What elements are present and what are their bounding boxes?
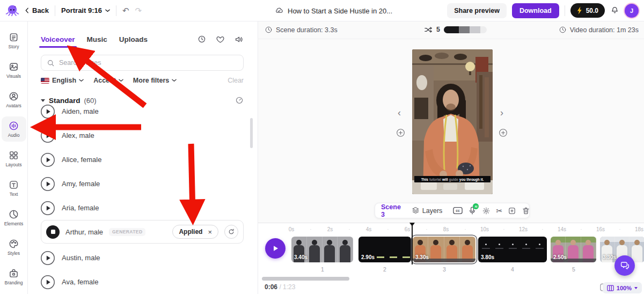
split-scene-button[interactable]: ✂ (496, 207, 502, 215)
timeline-scrollbar[interactable] (262, 277, 349, 281)
timeline-clip-3-selected[interactable]: 3.30s (413, 237, 475, 262)
play-voice-icon[interactable] (41, 201, 55, 215)
play-icon (272, 245, 279, 252)
timeline-clip-5[interactable]: 2.50s (551, 237, 596, 262)
history-button[interactable] (197, 35, 206, 43)
sidebar-item-text[interactable]: Text (2, 175, 26, 201)
timeline-clip-4[interactable]: 3.80s (478, 237, 547, 262)
timeline-zoom-control[interactable]: 100% (603, 282, 642, 293)
voice-row-austin[interactable]: Austin, male (41, 246, 100, 270)
sidebar-item-styles[interactable]: Styles (2, 234, 26, 260)
clear-filters-button[interactable]: Clear (228, 77, 244, 84)
add-scene-before-button[interactable] (396, 128, 405, 137)
caption-word: This (421, 178, 428, 181)
voice-settings-button[interactable] (235, 35, 244, 44)
ai-voiceover-button[interactable]: AI (468, 206, 477, 215)
more-filters-dropdown[interactable]: More filters (133, 77, 177, 84)
speed-settings-button[interactable] (235, 96, 244, 105)
document-title[interactable]: How to Start a Side Hustle in 20... (288, 7, 392, 15)
ruler-tick: 12s (519, 226, 528, 232)
timeline-clip-1[interactable]: 3.40s (291, 237, 353, 262)
sidebar-item-visuals[interactable]: Visuals (2, 57, 26, 83)
play-voice-icon[interactable] (41, 129, 55, 143)
play-voice-icon[interactable] (41, 251, 55, 265)
redo-button[interactable]: ↷ (135, 6, 142, 14)
stop-voice-button[interactable] (46, 225, 60, 239)
notifications-button[interactable] (610, 6, 619, 15)
sidebar-item-avatars[interactable]: Avatars (2, 87, 26, 112)
us-flag-icon (41, 78, 49, 84)
play-voice-icon[interactable] (41, 275, 55, 289)
voice-row-alex[interactable]: Alex, male (41, 123, 94, 148)
subtitle-caption[interactable]: This tutorial will guide you through it. (414, 176, 491, 182)
ai-badge: AI (473, 203, 479, 209)
thumbnail-frame (539, 244, 540, 245)
ruler-dot: · (348, 226, 350, 232)
back-button[interactable]: Back (25, 6, 49, 14)
aspect-ratio-dropdown[interactable]: Portrait 9:16 (61, 6, 110, 14)
duplicate-scene-button[interactable] (508, 207, 516, 215)
trash-icon (522, 207, 530, 215)
timeline-clip-2[interactable]: 2.90s (358, 237, 411, 262)
thumbnail-frame (377, 256, 384, 258)
captions-button[interactable]: cc (453, 207, 463, 215)
credits-value: 50.0 (586, 7, 598, 14)
play-voice-icon[interactable] (41, 105, 55, 119)
tab-voiceover[interactable]: Voiceover (41, 35, 75, 43)
user-avatar[interactable]: J (625, 4, 639, 18)
sidebar-label: Story (9, 44, 19, 49)
divider (55, 5, 55, 16)
language-filter-dropdown[interactable]: English (41, 77, 84, 84)
thumbnail-frame (460, 237, 475, 262)
divider (116, 5, 116, 16)
favorites-button[interactable] (216, 35, 225, 44)
play-button[interactable] (265, 238, 286, 259)
sidebar-item-elements[interactable]: Elements (2, 205, 26, 230)
scene-count: 5 (436, 26, 440, 33)
voice-row-ava[interactable]: Ava, female (41, 270, 98, 294)
accent-filter-dropdown[interactable]: Accent (93, 77, 123, 84)
clip-number: 4 (511, 266, 514, 273)
speaker-icon (235, 35, 244, 44)
scene-settings-button[interactable] (482, 207, 491, 215)
divider (565, 5, 565, 16)
tab-music[interactable]: Music (87, 35, 107, 43)
remove-applied-button[interactable]: × (208, 229, 212, 236)
voice-row-aiden[interactable]: Aiden, male (41, 99, 99, 123)
voice-row-amy[interactable]: Amy, female (41, 172, 100, 196)
applied-pill[interactable]: Applied × (172, 225, 218, 239)
voice-row-arthur-selected[interactable]: Arthur, male GENERATED Applied × (41, 220, 244, 244)
play-voice-icon[interactable] (41, 153, 55, 167)
play-voice-icon[interactable] (41, 177, 55, 191)
add-scene-after-button[interactable] (499, 128, 508, 137)
voice-row-alice[interactable]: Alice, female (41, 148, 101, 172)
avatars-icon (9, 91, 19, 101)
scene-shuffle-control[interactable]: 5 (425, 26, 487, 33)
layers-button[interactable]: Layers (412, 207, 443, 215)
sidebar-item-story[interactable]: Story (2, 28, 26, 53)
plus-circle-icon (499, 128, 508, 137)
video-preview[interactable]: This tutorial will guide you through it. (412, 49, 493, 194)
voice-row-aria[interactable]: Aria, female (41, 196, 99, 220)
sidebar-item-branding[interactable]: Branding (2, 264, 26, 289)
thumbnail-frame (499, 244, 500, 245)
next-scene-button[interactable]: › (500, 108, 503, 117)
support-chat-button[interactable] (614, 255, 635, 276)
share-preview-button[interactable]: Share preview (447, 3, 507, 18)
tab-uploads[interactable]: Uploads (119, 35, 148, 43)
credits-pill[interactable]: 50.0 (570, 3, 605, 18)
delete-scene-button[interactable] (522, 207, 530, 215)
app-logo[interactable] (5, 4, 19, 18)
scene-label[interactable]: Scene 3 (381, 203, 401, 218)
sidebar-label: Elements (4, 221, 23, 226)
voice-name: Aiden, male (62, 107, 99, 115)
undo-button[interactable]: ↶ (122, 6, 129, 14)
search-input[interactable] (59, 59, 238, 67)
previous-scene-button[interactable]: ‹ (398, 108, 401, 117)
panel-scrollbar[interactable] (250, 118, 253, 148)
regenerate-voice-button[interactable] (224, 225, 238, 239)
sidebar-item-audio[interactable]: Audio (2, 116, 26, 142)
download-button[interactable]: Download (512, 3, 559, 18)
sidebar-item-layouts[interactable]: Layouts (2, 146, 26, 171)
zoom-level: 100% (617, 285, 632, 291)
